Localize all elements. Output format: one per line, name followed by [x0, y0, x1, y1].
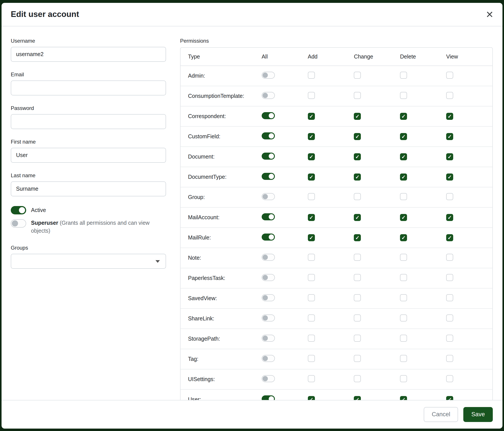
permission-change-checkbox[interactable]: ✓	[354, 133, 361, 140]
permission-view-checkbox[interactable]	[446, 193, 453, 200]
permission-delete-checkbox[interactable]	[400, 254, 407, 261]
permission-all-toggle[interactable]	[262, 294, 275, 301]
permission-delete-checkbox[interactable]: ✓	[400, 113, 407, 120]
permission-add-checkbox[interactable]	[308, 254, 315, 261]
permission-all-toggle[interactable]	[262, 274, 275, 281]
username-input[interactable]	[11, 47, 166, 62]
permission-delete-checkbox[interactable]	[400, 335, 407, 342]
permission-all-toggle[interactable]	[262, 335, 275, 342]
permission-change-checkbox[interactable]	[354, 294, 361, 301]
groups-select[interactable]	[11, 254, 166, 269]
permission-all-toggle[interactable]	[262, 92, 275, 99]
permission-change-checkbox[interactable]: ✓	[354, 234, 361, 241]
superuser-toggle[interactable]	[11, 219, 26, 228]
permission-change-checkbox[interactable]	[354, 355, 361, 362]
first-name-group: First name	[11, 139, 166, 163]
permission-delete-checkbox[interactable]	[400, 72, 407, 79]
permission-all-toggle[interactable]	[262, 395, 275, 400]
permission-delete-checkbox[interactable]	[400, 274, 407, 281]
permission-all-toggle[interactable]	[262, 173, 275, 180]
permission-change-checkbox[interactable]	[354, 335, 361, 342]
permission-add-checkbox[interactable]	[308, 294, 315, 301]
permission-type-label: MailRule:	[180, 228, 262, 248]
permission-delete-checkbox[interactable]: ✓	[400, 214, 407, 221]
permission-all-toggle[interactable]	[262, 193, 275, 200]
permission-view-checkbox[interactable]	[446, 72, 453, 79]
permission-add-checkbox[interactable]	[308, 72, 315, 79]
close-icon[interactable]: ×	[486, 9, 493, 19]
permission-change-checkbox[interactable]: ✓	[354, 153, 361, 160]
permission-add-checkbox[interactable]	[308, 274, 315, 281]
permission-view-checkbox[interactable]	[446, 254, 453, 261]
permission-view-checkbox[interactable]	[446, 335, 453, 342]
permission-add-checkbox[interactable]: ✓	[308, 113, 315, 120]
permission-delete-checkbox[interactable]	[400, 375, 407, 382]
permission-change-checkbox[interactable]: ✓	[354, 214, 361, 221]
permission-all-toggle[interactable]	[262, 375, 275, 382]
permission-delete-checkbox[interactable]: ✓	[400, 153, 407, 160]
permission-add-checkbox[interactable]	[308, 375, 315, 382]
permission-add-checkbox[interactable]	[308, 355, 315, 362]
permission-view-checkbox[interactable]: ✓	[446, 396, 453, 400]
permission-view-checkbox[interactable]: ✓	[446, 113, 453, 120]
save-button[interactable]: Save	[463, 407, 493, 422]
permission-view-checkbox[interactable]	[446, 375, 453, 382]
first-name-field[interactable]	[11, 148, 166, 163]
permission-change-checkbox[interactable]	[354, 375, 361, 382]
cancel-button[interactable]: Cancel	[424, 407, 458, 422]
permission-delete-checkbox[interactable]: ✓	[400, 396, 407, 400]
permission-add-checkbox[interactable]	[308, 193, 315, 200]
permission-delete-checkbox[interactable]	[400, 294, 407, 301]
permission-view-checkbox[interactable]: ✓	[446, 234, 453, 241]
permission-delete-checkbox[interactable]: ✓	[400, 234, 407, 241]
permission-add-checkbox[interactable]	[308, 314, 315, 322]
permission-view-checkbox[interactable]	[446, 92, 453, 99]
toggle-knob	[262, 93, 268, 98]
permission-delete-checkbox[interactable]	[400, 92, 407, 99]
permission-add-checkbox[interactable]: ✓	[308, 153, 315, 160]
permission-view-checkbox[interactable]	[446, 274, 453, 281]
permission-change-checkbox[interactable]: ✓	[354, 396, 361, 400]
last-name-field[interactable]	[11, 181, 166, 196]
permission-change-checkbox[interactable]	[354, 92, 361, 99]
permission-delete-checkbox[interactable]	[400, 314, 407, 322]
permission-all-toggle[interactable]	[262, 233, 275, 241]
permission-all-toggle[interactable]	[262, 254, 275, 261]
permission-change-checkbox[interactable]	[354, 72, 361, 79]
permission-view-checkbox[interactable]	[446, 294, 453, 301]
permission-view-checkbox[interactable]: ✓	[446, 214, 453, 221]
permission-delete-checkbox[interactable]	[400, 355, 407, 362]
permission-change-checkbox[interactable]	[354, 254, 361, 261]
permission-add-checkbox[interactable]: ✓	[308, 234, 315, 241]
permission-change-checkbox[interactable]	[354, 314, 361, 322]
permission-view-checkbox[interactable]: ✓	[446, 133, 453, 140]
password-field[interactable]	[11, 114, 166, 129]
permission-all-toggle[interactable]	[262, 153, 275, 160]
permission-add-checkbox[interactable]: ✓	[308, 396, 315, 400]
permission-add-checkbox[interactable]: ✓	[308, 173, 315, 180]
permission-add-checkbox[interactable]: ✓	[308, 133, 315, 140]
toggle-knob	[269, 174, 274, 179]
permission-all-toggle[interactable]	[262, 355, 275, 362]
email-field[interactable]	[11, 81, 166, 95]
permission-all-toggle[interactable]	[262, 112, 275, 119]
permission-delete-checkbox[interactable]: ✓	[400, 173, 407, 180]
permission-add-checkbox[interactable]: ✓	[308, 214, 315, 221]
permission-all-toggle[interactable]	[262, 314, 275, 322]
permission-change-checkbox[interactable]	[354, 274, 361, 281]
permission-view-checkbox[interactable]	[446, 355, 453, 362]
permission-change-checkbox[interactable]: ✓	[354, 173, 361, 180]
permission-add-checkbox[interactable]	[308, 335, 315, 342]
permission-all-toggle[interactable]	[262, 213, 275, 220]
permission-add-checkbox[interactable]	[308, 92, 315, 99]
permission-view-checkbox[interactable]	[446, 314, 453, 322]
permission-change-checkbox[interactable]	[354, 193, 361, 200]
permission-change-checkbox[interactable]: ✓	[354, 113, 361, 120]
active-toggle[interactable]	[11, 206, 26, 214]
permission-delete-checkbox[interactable]: ✓	[400, 133, 407, 140]
permission-all-toggle[interactable]	[262, 72, 275, 79]
permission-delete-checkbox[interactable]	[400, 193, 407, 200]
permission-view-checkbox[interactable]: ✓	[446, 153, 453, 160]
permission-all-toggle[interactable]	[262, 132, 275, 139]
permission-view-checkbox[interactable]: ✓	[446, 173, 453, 180]
